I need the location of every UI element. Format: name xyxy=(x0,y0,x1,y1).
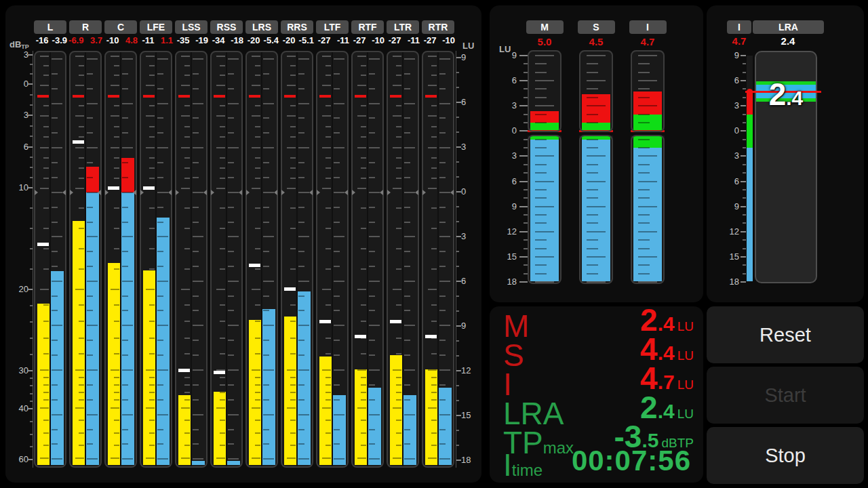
zero-lu-notch-right xyxy=(62,190,66,195)
meter-tick-overlay xyxy=(396,338,401,339)
stop-button[interactable]: Stop xyxy=(707,427,864,484)
meter-tick-overlay xyxy=(87,117,94,119)
right-axis-tick xyxy=(741,155,746,157)
meter-tick-overlay xyxy=(334,117,340,119)
meter-tick-overlay xyxy=(638,264,650,266)
right-axis-tick xyxy=(741,80,746,81)
meter-tick-overlay xyxy=(439,58,450,60)
channel-button-l[interactable]: L xyxy=(34,20,66,34)
dbtp-axis-minor-tick xyxy=(30,157,33,158)
channel-button-ltf[interactable]: LTF xyxy=(316,20,349,34)
zero-lu-notch-right xyxy=(274,190,277,195)
right-axis-minor-tick xyxy=(743,248,746,249)
meter-tick-overlay xyxy=(334,429,340,430)
meter-tick-overlay xyxy=(122,251,129,252)
meter-tick-overlay xyxy=(439,310,446,311)
channel-button-rss[interactable]: RSS xyxy=(210,20,243,34)
right-axis-minor-tick xyxy=(743,264,746,266)
meter-tick-overlay xyxy=(396,136,401,138)
meter-tick-overlay xyxy=(52,117,58,119)
meter-tick-overlay xyxy=(157,369,168,371)
meter-tick-overlay xyxy=(587,88,598,89)
meter-tick-overlay xyxy=(290,167,296,169)
meter-tick-overlay xyxy=(263,266,270,267)
meter-tick-overlay xyxy=(193,162,199,163)
meter-center-divider xyxy=(261,52,262,466)
meter-tick-overlay xyxy=(43,228,49,229)
meter-tick-overlay xyxy=(184,432,190,434)
dbtp-axis-tick xyxy=(28,115,33,116)
right-axis-minor-tick xyxy=(743,239,746,241)
meter-button-i[interactable]: I xyxy=(629,20,667,34)
meter-tick-overlay xyxy=(114,75,119,76)
meter-tick-overlay xyxy=(111,147,119,148)
right-axis-minor-tick xyxy=(743,189,746,190)
channel-values-lss: -35-19 xyxy=(174,35,209,45)
meter-tick-overlay xyxy=(535,189,547,190)
i-meter-button[interactable]: I xyxy=(727,20,751,34)
meter-tick-overlay xyxy=(361,432,366,434)
dbtp-axis-minor-tick xyxy=(30,248,33,249)
lu-axis-minor-tick xyxy=(456,176,459,178)
channel-button-lrs[interactable]: LRS xyxy=(245,20,278,34)
meter-tick-overlay xyxy=(149,65,155,66)
meter-tick-overlay xyxy=(184,105,190,106)
meter-tick-overlay xyxy=(326,432,331,434)
channel-button-rtf[interactable]: RTF xyxy=(351,20,384,34)
channel-button-lss[interactable]: LSS xyxy=(175,20,208,34)
meter-tick-overlay xyxy=(75,458,84,459)
channel-button-rtr[interactable]: RTR xyxy=(422,20,454,34)
meter-tick-overlay xyxy=(587,197,598,199)
meter-tick-overlay xyxy=(298,222,305,223)
meter-tick-overlay xyxy=(263,281,274,282)
dbtp-axis-tick-label: 3 xyxy=(8,110,28,121)
dbtp-axis-minor-tick xyxy=(30,73,33,75)
loudness-stats-panel: M 2.4LU S 4.4LU I 4.7LU LRA 2.4LU TPmax … xyxy=(490,306,703,483)
meter-tick-overlay xyxy=(184,392,190,393)
meter-tick-overlay xyxy=(220,136,225,138)
meter-tick-overlay xyxy=(298,58,309,60)
dbtp-axis-minor-tick xyxy=(30,385,33,386)
mid-axis-tick xyxy=(519,105,528,106)
meter-tick-overlay xyxy=(263,399,270,401)
reset-button[interactable]: Reset xyxy=(707,306,864,363)
meter-button-s[interactable]: S xyxy=(578,20,615,34)
channel-button-ltr[interactable]: LTR xyxy=(387,20,419,34)
meter-tick-overlay xyxy=(298,132,305,134)
meter-tick-overlay xyxy=(404,340,411,341)
start-button[interactable]: Start xyxy=(707,367,864,424)
meter-tick-overlay xyxy=(193,340,199,341)
meter-tick-overlay xyxy=(396,384,401,386)
right-axis-tick-label: 0 xyxy=(722,125,739,136)
meter-tick-overlay xyxy=(535,105,554,106)
meter-tick-overlay xyxy=(357,188,366,189)
lu-axis-minor-tick xyxy=(456,206,459,207)
meter-tick-overlay xyxy=(252,188,260,189)
lra-meter-button[interactable]: LRA xyxy=(753,20,824,34)
meter-button-m[interactable]: M xyxy=(526,20,564,34)
meter-tick-overlay xyxy=(157,207,164,208)
lu-axis-minor-tick xyxy=(456,296,459,297)
meter-tick-overlay xyxy=(193,458,203,460)
channel-button-c[interactable]: C xyxy=(104,20,137,34)
dbtp-axis-minor-tick xyxy=(30,354,33,355)
truepeak-limit-marker-r xyxy=(73,95,84,98)
channel-values-rss: -34-18 xyxy=(209,35,244,45)
meter-tick-overlay xyxy=(439,399,446,401)
meter-tick-overlay xyxy=(638,214,650,216)
lu-axis-tick-label: 9 xyxy=(461,321,480,331)
meter-tick-overlay xyxy=(638,80,657,81)
meter-tick-overlay xyxy=(638,189,650,190)
meter-tick-overlay xyxy=(431,167,437,169)
zero-lu-notch-left xyxy=(352,190,355,195)
channel-button-lfe[interactable]: LFE xyxy=(140,20,172,34)
meter-tick-overlay xyxy=(75,407,84,409)
channel-button-rrs[interactable]: RRS xyxy=(281,20,313,34)
meter-tick-overlay xyxy=(587,164,598,165)
meter-tick-overlay xyxy=(114,157,119,159)
meter-tick-overlay xyxy=(114,167,119,169)
meter-tick-overlay xyxy=(322,458,331,459)
meter-tick-overlay xyxy=(255,248,260,249)
channel-button-r[interactable]: R xyxy=(69,20,102,34)
meter-tick-overlay xyxy=(87,414,98,415)
